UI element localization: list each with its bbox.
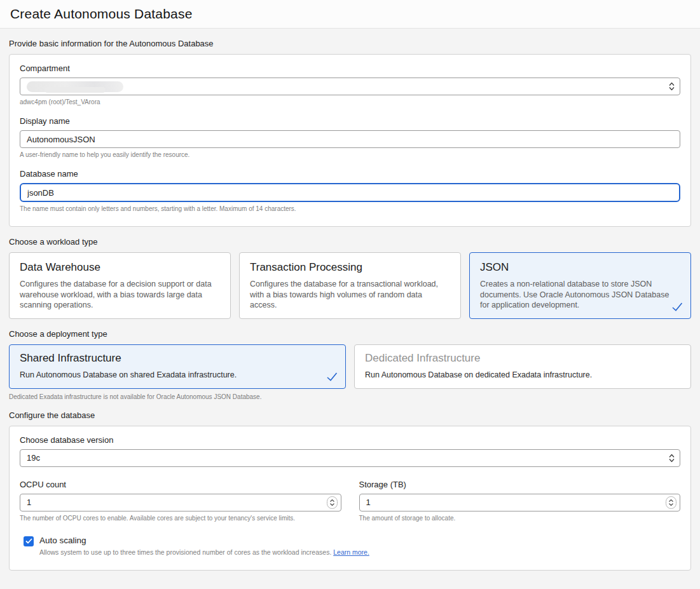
- compartment-helper: adwc4pm (root)/Test_VArora: [20, 98, 680, 105]
- basic-info-panel: Compartment adwc4pm (root)/Test_VArora D…: [9, 54, 691, 227]
- auto-scaling-label: Auto scaling: [39, 536, 369, 545]
- deployment-card-title: Dedicated Infrastructure: [365, 352, 680, 365]
- storage-field: Storage (TB) The amount of storage to al…: [359, 480, 681, 522]
- deployment-card-shared[interactable]: Shared Infrastructure Run Autonomous Dat…: [9, 344, 346, 389]
- learn-more-link[interactable]: Learn more.: [333, 548, 369, 556]
- ocpu-count-input[interactable]: [20, 494, 341, 511]
- workload-card-title: Data Warehouse: [20, 261, 220, 274]
- database-version-value: 19c: [27, 453, 40, 463]
- workload-card-transaction-processing[interactable]: Transaction Processing Configures the da…: [239, 252, 461, 319]
- section-label-configure: Configure the database: [9, 410, 691, 420]
- section-label-workload: Choose a workload type: [9, 237, 691, 247]
- database-name-label: Database name: [20, 169, 680, 179]
- section-label-basic-info: Provide basic information for the Autono…: [9, 39, 691, 48]
- workload-card-title: JSON: [480, 261, 680, 274]
- database-version-select[interactable]: 19c: [20, 449, 680, 467]
- ocpu-count-field: OCPU count The number of OCPU cores to e…: [20, 480, 341, 522]
- deployment-cards: Shared Infrastructure Run Autonomous Dat…: [9, 344, 691, 389]
- workload-card-json[interactable]: JSON Creates a non-relational database t…: [469, 252, 691, 319]
- database-version-field: Choose database version 19c: [20, 435, 680, 467]
- section-label-deployment: Choose a deployment type: [9, 329, 691, 339]
- storage-helper: The amount of storage to allocate.: [359, 515, 681, 522]
- compartment-select[interactable]: [20, 78, 680, 95]
- deployment-note: Dedicated Exadata infrastructure is not …: [9, 393, 691, 400]
- database-name-helper: The name must contain only letters and n…: [20, 205, 680, 212]
- ocpu-stepper[interactable]: [327, 496, 338, 509]
- selected-check-icon: [327, 372, 338, 384]
- deployment-card-description: Run Autonomous Database on dedicated Exa…: [365, 370, 680, 381]
- deployment-card-dedicated: Dedicated Infrastructure Run Autonomous …: [354, 344, 691, 389]
- form-body: Provide basic information for the Autono…: [0, 39, 700, 579]
- workload-card-description: Configures the database for a transactio…: [250, 279, 450, 311]
- auto-scaling-checkbox[interactable]: [24, 536, 34, 546]
- compartment-value-redacted: [27, 81, 123, 92]
- storage-input[interactable]: [359, 494, 681, 511]
- auto-scaling-helper: Allows system to use up to three times t…: [39, 548, 369, 556]
- configure-panel: Choose database version 19c OCPU count: [9, 426, 691, 571]
- display-name-input[interactable]: [20, 130, 680, 148]
- database-name-field: Database name The name must contain only…: [20, 169, 680, 212]
- selected-check-icon: [672, 302, 683, 314]
- workload-card-description: Creates a non-relational database to sto…: [480, 279, 680, 311]
- page-title: Create Autonomous Database: [10, 6, 193, 22]
- storage-stepper[interactable]: [666, 496, 676, 509]
- display-name-field: Display name A user-friendly name to hel…: [20, 116, 680, 158]
- workload-card-title: Transaction Processing: [250, 261, 450, 274]
- display-name-helper: A user-friendly name to help you easily …: [20, 151, 680, 158]
- workload-card-data-warehouse[interactable]: Data Warehouse Configures the database f…: [9, 252, 231, 319]
- auto-scaling-row: Auto scaling Allows system to use up to …: [24, 536, 680, 556]
- workload-cards: Data Warehouse Configures the database f…: [9, 252, 691, 319]
- ocpu-count-label: OCPU count: [20, 480, 341, 489]
- deployment-card-description: Run Autonomous Database on shared Exadat…: [20, 370, 335, 381]
- database-version-label: Choose database version: [20, 435, 680, 445]
- workload-card-description: Configures the database for a decision s…: [20, 279, 220, 311]
- display-name-label: Display name: [20, 116, 680, 126]
- database-name-input[interactable]: [20, 183, 680, 202]
- storage-label: Storage (TB): [359, 480, 681, 489]
- page-header: Create Autonomous Database: [0, 0, 700, 29]
- ocpu-count-helper: The number of OCPU cores to enable. Avai…: [20, 515, 341, 522]
- deployment-card-title: Shared Infrastructure: [20, 352, 335, 365]
- auto-scaling-helper-text: Allows system to use up to three times t…: [39, 548, 331, 556]
- compartment-label: Compartment: [20, 64, 680, 73]
- compartment-field: Compartment adwc4pm (root)/Test_VArora: [20, 64, 680, 105]
